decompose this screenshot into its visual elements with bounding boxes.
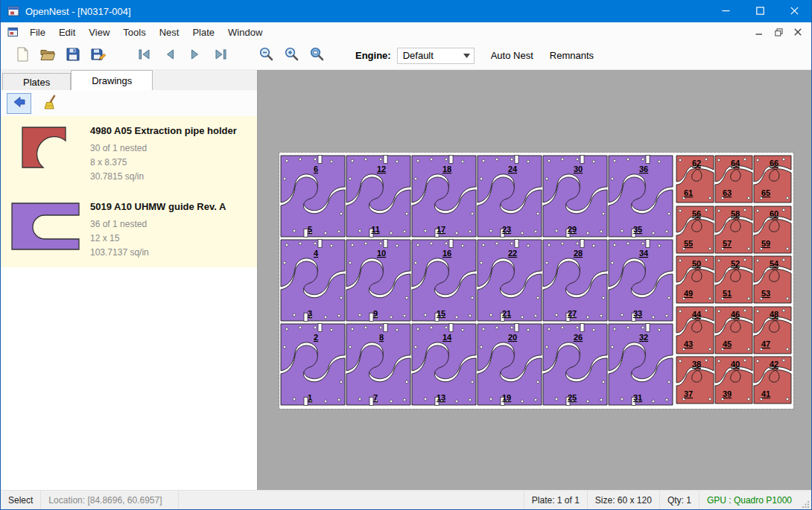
next-plate-button[interactable] (183, 45, 208, 67)
status-qty: Qty: 1 (659, 491, 699, 509)
nested-part-pair-red[interactable]: 5453 (754, 256, 791, 303)
nested-part-pair-red[interactable]: 6463 (715, 156, 752, 203)
nested-part-pair-red[interactable]: 6261 (676, 156, 714, 203)
nested-part-pair-red[interactable]: 4847 (754, 307, 791, 354)
menu-item-edit[interactable]: Edit (52, 24, 82, 41)
mdi-minimize-button[interactable] (752, 25, 767, 39)
nested-part-pair-purple[interactable]: 2423 (478, 156, 542, 238)
panel-tabs: Plates Drawings (1, 70, 257, 90)
engine-label: Engine: (355, 50, 391, 61)
parts-list: 4980 A05 Extraction pipe holder 30 of 1 … (1, 116, 257, 490)
next-arrow-icon (187, 46, 203, 66)
nested-part-pair-purple[interactable]: 43 (281, 240, 345, 322)
svg-text:54: 54 (770, 259, 779, 268)
save-as-icon (90, 46, 107, 66)
nested-part-pair-purple[interactable]: 2827 (543, 240, 607, 322)
mdi-close-button[interactable] (790, 25, 805, 39)
engine-select-value: Default (403, 50, 434, 61)
app-window: OpenNest - [N0317-004] File Edit View To… (0, 0, 812, 510)
part-item-extraction-pipe-holder[interactable]: 4980 A05 Extraction pipe holder 30 of 1 … (1, 116, 257, 192)
status-gpu: GPU : Quadro P1000 (699, 491, 799, 509)
menu-item-window[interactable]: Window (221, 24, 269, 41)
nested-part-pair-purple[interactable]: 2221 (478, 240, 542, 322)
nested-part-pair-purple[interactable]: 2625 (543, 324, 607, 406)
engine-select[interactable]: Default (397, 48, 475, 64)
last-arrow-icon (212, 46, 229, 66)
svg-text:55: 55 (684, 239, 693, 248)
plate[interactable]: 6512111817242330293635431091615222128273… (279, 153, 793, 409)
nested-part-pair-red[interactable]: 5655 (676, 206, 714, 253)
nested-part-pair-purple[interactable]: 1413 (412, 324, 476, 406)
menu-item-plate[interactable]: Plate (185, 24, 221, 41)
resize-grip[interactable] (799, 491, 811, 509)
part-item-uhmw-guide[interactable]: 5019 A10 UHMW guide Rev. A 36 of 1 neste… (1, 192, 257, 268)
svg-text:56: 56 (692, 209, 701, 218)
zoom-out-button[interactable] (254, 45, 279, 67)
document-icon[interactable] (7, 27, 19, 37)
zoom-out-icon (258, 46, 275, 66)
return-part-button[interactable] (7, 93, 31, 114)
save-button[interactable] (60, 45, 86, 67)
menu-item-tools[interactable]: Tools (116, 24, 152, 41)
nested-part-pair-purple[interactable]: 65 (281, 156, 345, 238)
tab-drawings[interactable]: Drawings (71, 70, 153, 90)
mdi-restore-button[interactable] (771, 25, 786, 39)
svg-text:15: 15 (437, 309, 445, 318)
remnants-button[interactable]: Remnants (550, 50, 594, 61)
nest-canvas[interactable]: 6512111817242330293635431091615222128273… (258, 70, 811, 490)
nested-part-pair-purple[interactable]: 21 (281, 324, 345, 406)
svg-text:59: 59 (761, 239, 770, 248)
svg-text:40: 40 (731, 360, 740, 369)
left-panel: Plates Drawings 4980 A05 Extraction pi (1, 70, 258, 490)
nested-part-pair-purple[interactable]: 109 (346, 240, 410, 322)
menu-item-file[interactable]: File (23, 24, 52, 41)
nested-part-pair-red[interactable]: 4443 (676, 307, 714, 354)
zoom-fit-button[interactable] (305, 45, 330, 67)
nested-part-pair-red[interactable]: 6059 (754, 206, 791, 253)
svg-text:52: 52 (731, 259, 740, 268)
status-size: Size: 60 x 120 (587, 491, 659, 509)
svg-text:60: 60 (770, 209, 778, 218)
nested-part-pair-red[interactable]: 5049 (676, 256, 714, 303)
menu-item-view[interactable]: View (82, 24, 116, 41)
nested-part-pair-purple[interactable]: 3231 (609, 324, 673, 406)
nested-part-pair-red[interactable]: 4241 (754, 357, 791, 404)
nested-part-pair-red[interactable]: 4645 (715, 307, 752, 354)
nested-part-pair-purple[interactable]: 87 (346, 324, 410, 406)
nested-part-pair-red[interactable]: 5251 (715, 256, 752, 303)
maximize-button[interactable] (743, 0, 777, 22)
menu-item-nest[interactable]: Nest (153, 24, 186, 41)
tab-plates[interactable]: Plates (2, 73, 71, 90)
svg-text:58: 58 (731, 209, 740, 218)
nested-part-pair-red[interactable]: 4039 (715, 357, 752, 404)
nested-part-pair-purple[interactable]: 2019 (478, 324, 542, 406)
nested-part-pair-purple[interactable]: 1211 (346, 156, 410, 238)
nested-part-pair-purple[interactable]: 3635 (609, 156, 673, 238)
part-size: 8 x 8.375 (90, 156, 253, 170)
clear-parts-button[interactable] (39, 93, 63, 114)
nested-part-pair-purple[interactable]: 3433 (609, 240, 673, 322)
save-as-button[interactable] (86, 45, 111, 67)
nested-part-pair-purple[interactable]: 1817 (412, 156, 476, 238)
nested-part-pair-red[interactable]: 6665 (754, 156, 791, 203)
svg-text:65: 65 (761, 188, 770, 197)
first-plate-button[interactable] (132, 45, 157, 67)
svg-text:3: 3 (308, 309, 312, 318)
nested-part-pair-red[interactable]: 3837 (676, 357, 714, 404)
zoom-fit-icon (309, 46, 326, 66)
new-button[interactable] (10, 45, 35, 67)
nested-part-pair-purple[interactable]: 1615 (412, 240, 476, 322)
svg-text:57: 57 (723, 239, 732, 248)
minimize-button[interactable] (708, 0, 743, 22)
svg-text:49: 49 (684, 289, 693, 298)
previous-plate-button[interactable] (157, 45, 183, 67)
last-plate-button[interactable] (208, 45, 233, 67)
close-button[interactable] (777, 0, 811, 22)
open-button[interactable] (35, 45, 60, 67)
nested-part-pair-red[interactable]: 5857 (715, 206, 752, 253)
nested-part-pair-purple[interactable]: 3029 (543, 156, 607, 238)
auto-nest-button[interactable]: Auto Nest (491, 50, 533, 61)
svg-text:7: 7 (373, 393, 378, 402)
status-bar: Select Location: [84.8696, 60.6957] Plat… (1, 490, 811, 509)
zoom-in-button[interactable] (279, 45, 305, 67)
